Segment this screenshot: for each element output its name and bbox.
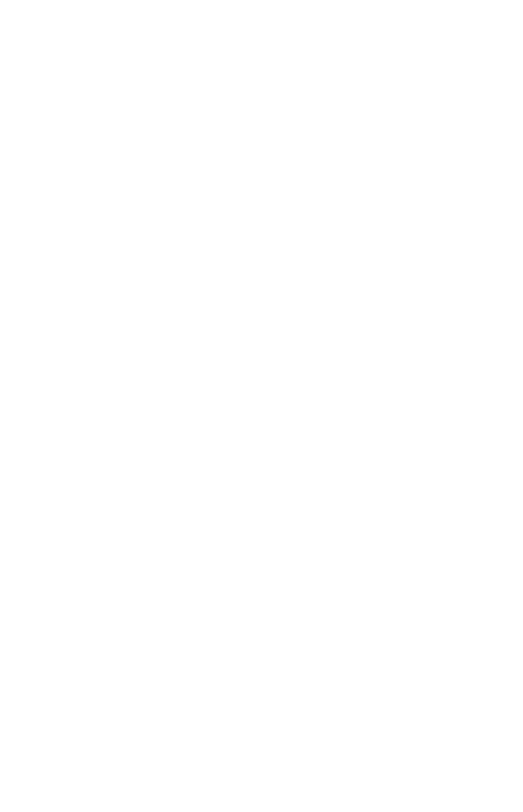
graph-svg <box>0 0 523 812</box>
